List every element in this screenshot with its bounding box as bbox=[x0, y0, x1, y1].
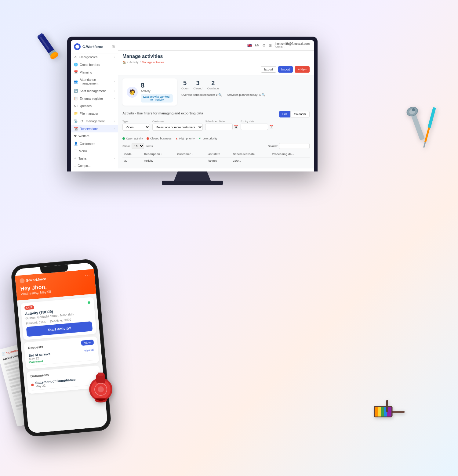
filter-controls: Type Open Customer Select one or more cu… bbox=[122, 120, 310, 131]
sidebar-item-menu[interactable]: ☰ Menu bbox=[71, 147, 118, 155]
sidebar-item-label: File manager bbox=[80, 112, 98, 115]
customer-filter-select[interactable]: Select one or more customers bbox=[152, 124, 203, 131]
cell-description: Activity bbox=[142, 157, 175, 164]
view-toggle: List Calendar bbox=[279, 111, 310, 117]
sidebar-item-emergencies[interactable]: ⚠ Emergencies › bbox=[71, 53, 118, 61]
iot-icon: 📡 bbox=[74, 119, 78, 123]
continue-count: 2 bbox=[207, 80, 219, 87]
welfare-icon: ❤ bbox=[74, 134, 77, 138]
search-icon-2[interactable]: 🔍 bbox=[262, 93, 265, 96]
cell-scheduled: 21/0... bbox=[231, 157, 270, 164]
type-filter-select[interactable]: Open bbox=[122, 124, 150, 131]
closed-dot bbox=[147, 137, 149, 140]
scheduled-date-start[interactable] bbox=[205, 124, 233, 130]
legend-low: ▼ Low priority bbox=[198, 137, 217, 140]
sidebar-item-tasks[interactable]: ✓ Tasks › bbox=[71, 155, 118, 162]
phone-logo: G-Workforce bbox=[20, 276, 46, 283]
customer-filter-label: Customer bbox=[152, 120, 203, 123]
sidebar-item-cross-borders[interactable]: 🌐 Cross-borders bbox=[71, 61, 118, 68]
sidebar-item-compo[interactable]: □ Compo... bbox=[71, 162, 118, 168]
sidebar-item-planning[interactable]: 📅 Planning bbox=[71, 68, 118, 76]
phone-activity-card[interactable]: LATE Activity (7BDJ9) Gulliver, Garibald… bbox=[20, 297, 97, 340]
phone-logo-icon bbox=[20, 278, 25, 283]
sidebar-item-iot[interactable]: 📡 IOT management › bbox=[71, 117, 118, 125]
sidebar-item-label: IOT management bbox=[80, 119, 105, 123]
sidebar-grid-icon[interactable]: ⊞ bbox=[112, 45, 115, 49]
emergencies-icon: ⚠ bbox=[74, 55, 77, 59]
phone-outer-frame: G-Workforce ··· Hey Jhon, Wednesday, May… bbox=[11, 259, 111, 437]
import-button[interactable]: Import bbox=[278, 66, 293, 73]
sidebar-item-customers[interactable]: 👤 Customers bbox=[71, 140, 118, 147]
sidebar-item-welfare[interactable]: ❤ Welfare bbox=[71, 132, 118, 140]
calendar-icon-2: 📅 bbox=[269, 125, 274, 129]
chevron-right-icon: › bbox=[114, 120, 115, 123]
attendance-icon: 👥 bbox=[74, 80, 78, 84]
open-label: Open bbox=[181, 87, 188, 90]
sort-icon-3[interactable]: ↕ bbox=[191, 153, 193, 156]
breadcrumb-activity[interactable]: Activity bbox=[129, 60, 139, 64]
col-code: Code ↕ bbox=[122, 151, 142, 157]
settings-icon[interactable]: ⚙ bbox=[262, 43, 266, 48]
items-label: items bbox=[146, 144, 153, 148]
user-info[interactable]: jhon.smith@futuraari.com Admin ↓ bbox=[275, 42, 310, 49]
last-worked-info: Last activity worked: #9 - Activity bbox=[141, 94, 173, 103]
stats-section: 🧑 8 Activity Last activity worked: #9 - … bbox=[118, 75, 314, 109]
topnav-right-items: 🇬🇧 EN ⚙ ⊞ jhon.smith@futuraari.com Admin… bbox=[247, 42, 310, 49]
layout-icon[interactable]: ⊞ bbox=[269, 43, 272, 48]
sidebar-item-attendance[interactable]: 👥 Attendance management › bbox=[71, 76, 118, 87]
items-per-page-select[interactable]: 10 bbox=[132, 143, 144, 149]
legend-high-label: High priority bbox=[179, 137, 195, 140]
overdue-tasks: Overdue scheduled tasks: 0 🔍 bbox=[181, 93, 222, 96]
sidebar-item-external[interactable]: 📋 External register › bbox=[71, 95, 118, 102]
expiry-date-input[interactable] bbox=[241, 124, 268, 130]
table-search-input[interactable] bbox=[279, 143, 310, 149]
customers-icon: 👤 bbox=[74, 142, 78, 146]
col-last-state: Last state bbox=[205, 151, 231, 157]
export-button[interactable]: Export bbox=[261, 66, 276, 73]
table-row[interactable]: 27 Activity Planned 21/0... bbox=[122, 157, 310, 164]
sidebar-item-expenses[interactable]: $ Expenses bbox=[71, 102, 118, 110]
breadcrumb: 🏠 / Activity / Manage activities bbox=[122, 60, 310, 64]
phone-accept-button[interactable]: Accept bbox=[61, 430, 105, 433]
search-icon[interactable]: 🔍 bbox=[218, 93, 222, 96]
new-button[interactable]: + New bbox=[295, 66, 310, 73]
sidebar-item-label: Planning bbox=[80, 70, 92, 74]
list-view-button[interactable]: List bbox=[279, 111, 291, 117]
sidebar-item-label: Shift management bbox=[80, 89, 106, 93]
phone-active-dot bbox=[88, 301, 90, 304]
sort-icon[interactable]: ↕ bbox=[132, 153, 133, 156]
flag-icon: 🇬🇧 bbox=[247, 43, 252, 48]
open-dot bbox=[122, 137, 125, 140]
calendar-view-button[interactable]: Calendar bbox=[290, 111, 310, 117]
stamp-decoration bbox=[87, 371, 114, 409]
svg-rect-18 bbox=[381, 407, 384, 417]
chevron-right-icon: › bbox=[114, 157, 115, 160]
legend-high: ▲ High priority bbox=[175, 137, 195, 140]
col-customer: Customer ↕ bbox=[175, 151, 205, 157]
scheduled-filter: Scheduled Date 📅 bbox=[205, 120, 238, 130]
activity-avatar: 🧑 bbox=[127, 87, 138, 98]
sidebar-item-reservations[interactable]: 📆 Reservations › bbox=[71, 125, 118, 132]
sort-icon-2[interactable]: ↕ bbox=[161, 153, 162, 156]
document-icon: 📄 bbox=[1, 352, 5, 356]
sidebar-item-file-manager[interactable]: 📁 File manager bbox=[71, 110, 118, 117]
sidebar-item-label: Reservations bbox=[80, 127, 98, 131]
file-icon: 📁 bbox=[74, 111, 78, 115]
sidebar-item-label: Expenses bbox=[78, 104, 92, 108]
chevron-right-icon: › bbox=[114, 89, 115, 92]
phone-view-all-link[interactable]: view all bbox=[84, 348, 95, 352]
planning-icon: 📅 bbox=[74, 70, 78, 74]
mini-stats-row: 5 Open 3 Closed 2 Continue bbox=[181, 78, 310, 90]
app-sidebar: G-Workforce ⊞ ⚠ Emergencies › 🌐 Cross-bo… bbox=[71, 40, 118, 168]
sidebar-item-shift[interactable]: 🔄 Shift management › bbox=[71, 87, 118, 95]
high-priority-icon: ▲ bbox=[175, 137, 178, 140]
sidebar-brand-name: G-Workforce bbox=[82, 45, 103, 49]
chevron-right-icon: › bbox=[114, 80, 115, 83]
cell-last-state: Planned bbox=[205, 157, 231, 164]
monitor-stand bbox=[174, 171, 211, 181]
language-selector[interactable]: EN bbox=[255, 44, 259, 47]
sidebar-item-label: Menu bbox=[79, 149, 87, 153]
phone-requests-view-btn[interactable]: View bbox=[81, 340, 94, 346]
svg-point-27 bbox=[98, 386, 104, 392]
phone-menu-dots[interactable]: ··· bbox=[85, 272, 90, 278]
